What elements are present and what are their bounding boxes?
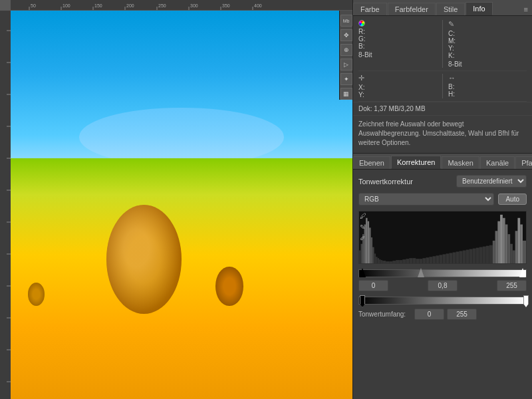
tonwert-label: Tonwertumfang:	[358, 311, 412, 318]
app-container: 50 100 150 200 250 300 350 400	[0, 0, 532, 399]
y-row: Y:	[358, 91, 437, 98]
panel-menu-btn[interactable]: ≡	[520, 3, 532, 15]
info-divider-v2	[442, 74, 443, 98]
strip-tool-6[interactable]: ▦	[340, 88, 352, 100]
tab-masken[interactable]: Masken	[442, 156, 479, 169]
white-handle[interactable]	[519, 268, 526, 277]
black-handle[interactable]	[359, 268, 366, 277]
svg-rect-90	[523, 241, 526, 263]
channel-select[interactable]: RGB	[358, 193, 494, 205]
tab-farbfelder[interactable]: Farbfelder	[388, 3, 436, 15]
svg-rect-32	[361, 244, 363, 263]
svg-rect-50	[399, 260, 402, 263]
tonwert-row: Tonwertumfang:	[358, 309, 527, 320]
svg-text:50: 50	[31, 3, 36, 8]
x-label: X:	[358, 84, 364, 91]
auto-button[interactable]: Auto	[498, 194, 527, 205]
white-eyedropper[interactable]: ✐	[360, 235, 369, 244]
sky-cloud	[79, 108, 284, 166]
svg-rect-42	[378, 258, 380, 263]
canvas-image	[11, 11, 352, 399]
ruler-top: 50 100 150 200 250 300 350 400	[11, 0, 352, 11]
output-black-handle[interactable]	[360, 295, 365, 307]
tab-kanale[interactable]: Kanäle	[480, 156, 515, 169]
input-mid[interactable]	[428, 280, 458, 291]
svg-rect-81	[500, 215, 503, 263]
field	[11, 158, 352, 399]
strip-tool-3[interactable]: ⊕	[340, 44, 352, 56]
y-label: Y:	[448, 45, 454, 52]
strip-tool-5[interactable]: ✦	[340, 73, 352, 85]
svg-rect-70	[466, 250, 469, 263]
m-label: M:	[448, 37, 456, 45]
info-divider-v	[442, 20, 443, 68]
svg-rect-37	[369, 227, 371, 263]
g-row: G:	[358, 35, 437, 43]
resize-icon: ↔	[448, 74, 456, 82]
rgb-section: R: G: B: 8-Bit	[358, 20, 437, 68]
info-xy-section: ✛ X: Y: ↔ B	[353, 71, 532, 101]
svg-rect-89	[520, 225, 523, 264]
bottom-panel: Ebenen Korrekturen Masken Kanäle Pfade ≡…	[353, 154, 532, 399]
tab-stile[interactable]: Stile	[436, 3, 465, 15]
svg-rect-62	[439, 255, 442, 263]
svg-rect-68	[460, 251, 463, 263]
hay-main-highlight	[106, 205, 182, 314]
preset-dropdown[interactable]: Benutzerdefiniert	[456, 175, 527, 188]
k-label: K:	[448, 52, 454, 59]
svg-text:250: 250	[158, 3, 166, 8]
output-slider-track[interactable]	[358, 297, 527, 305]
mb-tool-btn[interactable]: Mb	[340, 15, 352, 27]
svg-rect-47	[389, 261, 392, 263]
doc-status: Dok: 1,37 MB/3,20 MB	[353, 102, 532, 115]
tab-farbe[interactable]: Farbe	[353, 3, 387, 15]
b-label2: B:	[448, 83, 454, 90]
gray-eyedropper[interactable]: ✎	[360, 223, 369, 233]
b-label: B:	[358, 43, 364, 50]
ruler-top-svg: 50 100 150 200 250 300 350 400	[11, 0, 352, 10]
svg-rect-60	[432, 256, 436, 263]
output-max-input[interactable]	[447, 309, 477, 320]
info-panel-tabs: Farbe Farbfelder Stile Info ≡	[353, 0, 532, 16]
cmyk-section: ✎ C: M: Y: K:	[448, 20, 527, 68]
svg-rect-88	[517, 218, 520, 263]
svg-rect-39	[372, 247, 374, 263]
input-slider-track[interactable]	[358, 269, 527, 277]
black-eyedropper[interactable]: 🖊	[360, 212, 369, 221]
info-panel: Farbe Farbfelder Stile Info ≡ R:	[353, 0, 532, 154]
input-slider-area	[358, 269, 527, 277]
svg-rect-49	[396, 260, 399, 263]
channel-row: RGB Auto	[358, 193, 527, 205]
svg-rect-45	[382, 261, 386, 263]
svg-rect-65	[450, 253, 453, 263]
svg-rect-54	[412, 258, 416, 263]
svg-rect-61	[436, 255, 439, 263]
svg-text:300: 300	[190, 3, 198, 8]
c-label: C:	[448, 30, 455, 37]
corrections-panel: Tonwertkorrektur Benutzerdefiniert RGB A…	[353, 170, 532, 399]
input-min[interactable]	[358, 280, 388, 291]
eyedropper-icon: ✎	[448, 20, 454, 29]
strip-tool-2[interactable]: ✥	[340, 29, 352, 41]
x-row: X:	[358, 84, 437, 91]
crosshair-icon: ✛	[358, 74, 364, 82]
tab-pfade[interactable]: Pfade	[515, 156, 532, 169]
svg-rect-74	[479, 247, 483, 263]
bw-row: B:	[448, 83, 527, 90]
y-row: Y:	[448, 45, 527, 52]
ruler-left	[0, 11, 11, 399]
svg-rect-38	[371, 237, 373, 263]
output-min-input[interactable]	[414, 309, 444, 320]
tab-info[interactable]: Info	[466, 2, 492, 15]
tab-korrekturen[interactable]: Korrekturen	[391, 156, 441, 169]
strip-tool-4[interactable]: ▷	[340, 59, 352, 70]
mid-handle[interactable]	[418, 268, 424, 277]
svg-rect-56	[419, 259, 422, 263]
svg-rect-51	[402, 259, 406, 263]
input-max[interactable]	[497, 280, 527, 291]
bh-section: ↔ B: H:	[448, 74, 527, 98]
svg-rect-58	[426, 257, 429, 263]
histogram-svg	[359, 211, 526, 263]
tab-ebenen[interactable]: Ebenen	[353, 156, 390, 169]
output-white-handle[interactable]	[523, 295, 529, 307]
